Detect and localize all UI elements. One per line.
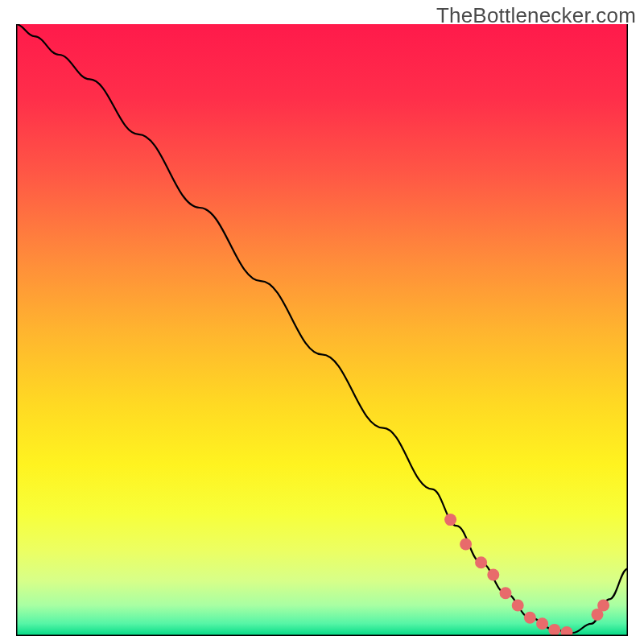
trough-dot — [536, 617, 548, 630]
trough-dot — [524, 612, 536, 624]
trough-dot — [548, 624, 560, 636]
chart-background — [16, 24, 628, 636]
trough-dot — [475, 556, 487, 568]
trough-dot — [500, 587, 512, 599]
trough-dot — [444, 514, 456, 526]
trough-dot — [512, 600, 524, 612]
plot-area — [16, 24, 628, 636]
chart-container: TheBottlenecker.com — [0, 0, 644, 644]
trough-dot — [597, 600, 609, 612]
chart-svg — [16, 24, 628, 636]
trough-dot — [460, 539, 472, 551]
trough-dot — [487, 569, 499, 581]
